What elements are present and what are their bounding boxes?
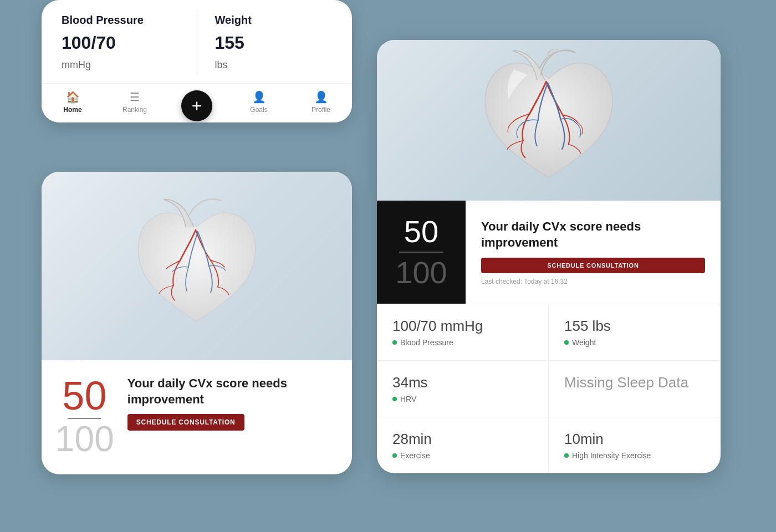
nav-ranking[interactable]: ☰ Ranking — [104, 90, 166, 114]
top-left-card: Blood Pressure 100/70 mmHg Weight 155 lb… — [42, 0, 352, 122]
nav-profile[interactable]: 👤 Profile — [290, 90, 352, 114]
blood-pressure-cell-value: 100/70 mmHg — [392, 318, 533, 335]
score-dark-block: 50 100 — [377, 201, 466, 304]
high-intensity-cell-label: High Intensity Exercise — [572, 451, 651, 460]
last-checked-text: Last checked: Today at 16:32 — [481, 278, 705, 285]
vertical-divider — [197, 9, 197, 74]
hrv-cell-label: HRV — [400, 395, 416, 403]
high-intensity-dot — [564, 453, 569, 458]
heart-anatomy-svg-left — [130, 194, 263, 338]
metrics-grid: 100/70 mmHg Blood Pressure 155 lbs Weigh… — [377, 304, 721, 473]
score-left-block: 50 100 — [55, 376, 114, 457]
profile-icon: 👤 — [314, 90, 328, 104]
score-denominator-right: 100 — [395, 257, 447, 288]
high-intensity-label-row: High Intensity Exercise — [564, 451, 705, 460]
score-info-title-right: Your daily CVx score needs improvement — [481, 219, 705, 250]
weight-title: Weight — [215, 13, 333, 27]
plus-icon: + — [192, 97, 202, 115]
metric-cell-exercise: 28min Exercise — [377, 417, 549, 473]
exercise-cell-label: Exercise — [400, 451, 430, 460]
heart-image-area-right — [377, 40, 721, 201]
exercise-dot — [392, 453, 397, 458]
score-info-block-right: Your daily CVx score needs improvement S… — [466, 201, 721, 304]
hrv-label-row: HRV — [392, 395, 533, 403]
heart-anatomy-svg-right — [466, 45, 632, 195]
blood-pressure-cell-label: Blood Pressure — [400, 338, 453, 347]
metric-cell-high-intensity: 10min High Intensity Exercise — [549, 417, 721, 473]
blood-pressure-value: 100/70 mmHg — [62, 33, 179, 72]
weight-block: Weight 155 lbs — [206, 0, 341, 83]
metric-cell-weight: 155 lbs Weight — [549, 304, 721, 361]
metric-cell-blood-pressure: 100/70 mmHg Blood Pressure — [377, 304, 549, 361]
ranking-icon: ☰ — [130, 90, 140, 104]
blood-pressure-label-row: Blood Pressure — [392, 338, 533, 347]
weight-cell-value: 155 lbs — [564, 318, 705, 335]
home-icon: 🏠 — [66, 90, 80, 104]
score-numerator-left: 50 — [62, 376, 106, 416]
blood-pressure-title: Blood Pressure — [62, 13, 179, 27]
score-title-left: Your daily CVx score needs improvement — [127, 376, 339, 407]
goals-label: Goals — [250, 106, 267, 114]
blood-pressure-dot — [392, 340, 397, 345]
goals-icon: 👤 — [252, 90, 266, 104]
home-label: Home — [63, 106, 81, 114]
heart-image-area-left — [42, 172, 352, 360]
high-intensity-cell-value: 10min — [564, 431, 705, 448]
hrv-cell-value: 34ms — [392, 374, 533, 391]
score-denominator-left: 100 — [55, 421, 114, 457]
schedule-consultation-button-left[interactable]: SCHEDULE CONSULTATION — [127, 414, 244, 431]
score-text-block-left: Your daily CVx score needs improvement S… — [127, 376, 339, 431]
weight-value: 155 lbs — [215, 33, 333, 72]
bottom-left-card: 50 100 Your daily CVx score needs improv… — [42, 172, 352, 474]
hrv-dot — [392, 397, 397, 401]
score-section-left: 50 100 Your daily CVx score needs improv… — [42, 360, 352, 474]
right-card: 50 100 Your daily CVx score needs improv… — [377, 40, 721, 473]
score-line-right — [399, 252, 443, 253]
weight-dot — [564, 340, 569, 345]
profile-label: Profile — [312, 106, 330, 114]
bottom-navigation: 🏠 Home ☰ Ranking + Add Data 👤 Goals 👤 Pr… — [42, 83, 352, 122]
nav-add-data[interactable]: + Add Data — [166, 106, 228, 114]
weight-label-row: Weight — [564, 338, 705, 347]
exercise-label-row: Exercise — [392, 451, 533, 460]
metric-cell-sleep: Missing Sleep Data — [549, 361, 721, 417]
score-bar-right: 50 100 Your daily CVx score needs improv… — [377, 201, 721, 304]
exercise-cell-value: 28min — [392, 431, 533, 448]
sleep-cell-value: Missing Sleep Data — [564, 374, 705, 391]
metric-cell-hrv: 34ms HRV — [377, 361, 549, 417]
score-numerator-right: 50 — [404, 216, 438, 247]
nav-home[interactable]: 🏠 Home — [42, 90, 104, 114]
ranking-label: Ranking — [122, 106, 147, 114]
schedule-consultation-button-right[interactable]: SCHEDULE CONSULTATION — [481, 258, 705, 273]
add-data-button[interactable]: + — [181, 90, 212, 121]
nav-goals[interactable]: 👤 Goals — [228, 90, 290, 114]
blood-pressure-block: Blood Pressure 100/70 mmHg — [53, 0, 188, 83]
weight-cell-label: Weight — [572, 338, 596, 347]
